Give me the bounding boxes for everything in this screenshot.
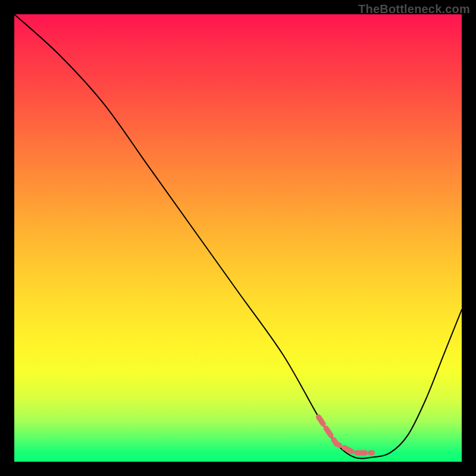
gradient-plot-area (14, 14, 462, 462)
highlight-marker-band (318, 417, 372, 453)
watermark-text: TheBottleneck.com (358, 2, 470, 16)
chart-container: TheBottleneck.com (0, 0, 476, 476)
curve-layer (14, 14, 462, 462)
bottleneck-curve-path (14, 14, 462, 458)
